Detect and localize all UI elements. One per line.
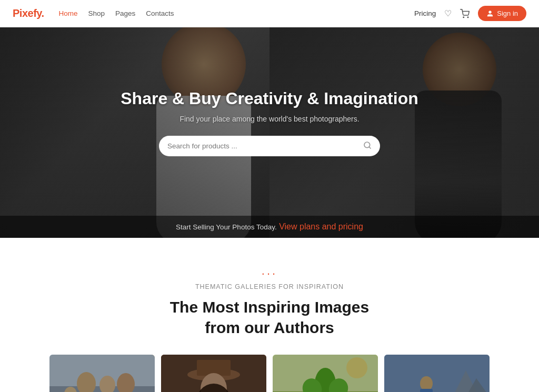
card-nature-overlay xyxy=(273,355,378,392)
heart-icon: ♡ xyxy=(444,8,452,18)
hero-content: Share & Buy Creativity & Imagination Fin… xyxy=(0,27,539,238)
nav-shop[interactable]: Shop xyxy=(88,9,105,17)
cart-icon xyxy=(460,9,470,18)
hero-bottom-text: Start Selling Your Photos Today. xyxy=(176,223,277,231)
user-icon xyxy=(486,10,494,17)
svg-point-0 xyxy=(463,17,464,18)
gallery-card-nature[interactable]: Nature xyxy=(273,355,378,392)
search-button[interactable] xyxy=(363,141,372,151)
hero-bottom-banner: Start Selling Your Photos Today. View pl… xyxy=(0,216,539,238)
search-input[interactable] xyxy=(167,142,359,150)
logo-dot: . xyxy=(41,7,44,19)
signin-label: Sign in xyxy=(497,9,518,17)
card-travel-overlay xyxy=(384,355,490,392)
card-family-overlay xyxy=(49,355,155,392)
section-subtitle: Thematic Galleries for Inspiration xyxy=(13,283,526,290)
search-bar xyxy=(159,136,380,156)
gallery-card-travel[interactable]: Travel xyxy=(384,355,490,392)
section-title-line1: The Most Inspiring Images xyxy=(170,298,369,316)
section-title-line2: from our Authors xyxy=(205,319,334,336)
hero-subtitle: Find your place among the world's best p… xyxy=(179,115,359,123)
gallery-grid: Family Fashion xyxy=(13,355,526,392)
logo-text: Pixefy xyxy=(13,7,41,19)
card-fashion-overlay xyxy=(161,355,266,392)
gallery-card-fashion[interactable]: Fashion xyxy=(161,355,266,392)
svg-point-2 xyxy=(489,11,492,13)
hero-section: Share & Buy Creativity & Imagination Fin… xyxy=(0,27,539,238)
hero-bottom-link[interactable]: View plans and pricing xyxy=(279,222,363,231)
pricing-link[interactable]: Pricing xyxy=(414,9,436,17)
gallery-section: ... Thematic Galleries for Inspiration T… xyxy=(0,238,539,392)
main-nav: Home Shop Pages Contacts xyxy=(59,9,174,17)
gallery-card-family[interactable]: Family xyxy=(49,355,155,392)
nav-contacts[interactable]: Contacts xyxy=(146,9,174,17)
nav-home[interactable]: Home xyxy=(59,9,78,17)
section-dots: ... xyxy=(13,264,526,278)
header: Pixefy. Home Shop Pages Contacts Pricing… xyxy=(0,0,539,27)
hero-title: Share & Buy Creativity & Imagination xyxy=(121,88,418,110)
search-icon xyxy=(363,141,372,149)
nav-pages[interactable]: Pages xyxy=(115,9,135,17)
wishlist-button[interactable]: ♡ xyxy=(444,8,452,18)
cart-button[interactable] xyxy=(460,9,470,18)
logo[interactable]: Pixefy. xyxy=(13,7,44,19)
signin-button[interactable]: Sign in xyxy=(478,6,526,21)
header-left: Pixefy. Home Shop Pages Contacts xyxy=(13,7,174,19)
header-right: Pricing ♡ Sign in xyxy=(414,6,526,21)
svg-point-1 xyxy=(468,17,469,18)
section-title: The Most Inspiring Images from our Autho… xyxy=(13,297,526,338)
